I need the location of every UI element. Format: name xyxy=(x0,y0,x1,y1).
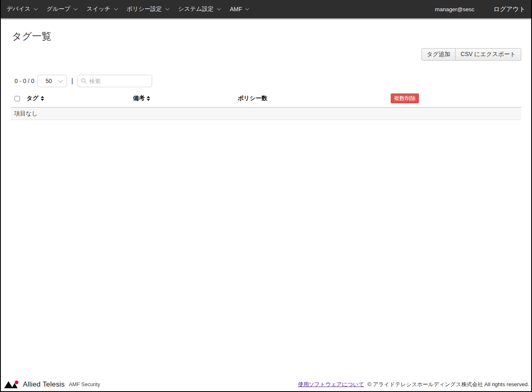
chevron-down-icon xyxy=(217,6,221,10)
logged-in-user: manager@sesc xyxy=(435,6,474,12)
footer-brand: Allied Telesis AMF Security xyxy=(4,380,100,390)
column-label: 備考 xyxy=(133,95,145,102)
table-header-row: タグ 備考 ポリシー数 複数削除 xyxy=(11,91,521,107)
nav-item-groups[interactable]: グループ xyxy=(42,0,81,18)
sort-icon xyxy=(41,96,44,101)
copyright-text: © アライドテレシスホールディングス株式会社 All rights reserv… xyxy=(367,381,529,388)
controls-separator: | xyxy=(71,77,73,85)
chevron-down-icon xyxy=(34,6,38,10)
product-name: AMF Security xyxy=(69,382,100,387)
empty-message: 項目なし xyxy=(14,110,38,118)
export-csv-button[interactable]: CSV にエクスポート xyxy=(456,48,521,61)
nav-item-switch[interactable]: スイッチ xyxy=(81,0,121,18)
chevron-down-icon xyxy=(58,78,63,83)
footer-legal: 使用ソフトウェアについて © アライドテレシスホールディングス株式会社 All … xyxy=(298,381,529,388)
page-footer: Allied Telesis AMF Security 使用ソフトウェアについて… xyxy=(1,380,531,391)
nav-item-label: システム設定 xyxy=(178,5,214,13)
sortable-header[interactable]: 備考 xyxy=(133,95,150,102)
search-icon xyxy=(81,78,87,84)
column-header-policy-count: ポリシー数 xyxy=(238,95,391,102)
brand-name: Allied Telesis xyxy=(23,380,65,389)
page-size-select[interactable]: 50 xyxy=(37,75,67,87)
column-header-note: 備考 xyxy=(133,95,238,102)
nav-item-policy-settings[interactable]: ポリシー設定 xyxy=(122,0,173,18)
pagination-range: 0 - 0 / 0 xyxy=(15,78,34,84)
logout-link[interactable]: ログアウト xyxy=(493,5,525,13)
software-info-link[interactable]: 使用ソフトウェアについて xyxy=(298,381,364,388)
chevron-down-icon xyxy=(245,6,249,10)
action-button-group: タグ追加 CSV にエクスポート xyxy=(421,48,521,61)
bulk-delete-button[interactable]: 複数削除 xyxy=(391,93,419,103)
nav-item-amf[interactable]: AMF xyxy=(225,0,254,18)
tag-table: タグ 備考 ポリシー数 複数削除 項目なし xyxy=(11,91,521,120)
select-all-checkbox[interactable] xyxy=(15,96,20,101)
empty-table-row: 項目なし xyxy=(11,107,521,120)
column-header-actions: 複数削除 xyxy=(391,93,419,103)
main-content: タグ一覧 タグ追加 CSV にエクスポート 0 - 0 / 0 50 | xyxy=(1,30,531,120)
nav-item-system-settings[interactable]: システム設定 xyxy=(173,0,225,18)
search-input[interactable] xyxy=(89,78,148,84)
chevron-down-icon xyxy=(165,6,170,10)
column-label: タグ xyxy=(27,95,39,102)
nav-item-devices[interactable]: デバイス xyxy=(7,0,42,18)
add-tag-button[interactable]: タグ追加 xyxy=(421,48,456,61)
chevron-down-icon xyxy=(114,6,118,10)
top-navbar: デバイス グループ スイッチ ポリシー設定 システム設定 AMF xyxy=(1,0,531,18)
column-label: ポリシー数 xyxy=(238,95,267,102)
page-title: タグ一覧 xyxy=(12,30,520,43)
nav-item-label: ポリシー設定 xyxy=(127,5,162,13)
nav-item-label: AMF xyxy=(230,6,242,12)
column-header-tag: タグ xyxy=(27,95,133,102)
nav-menu: デバイス グループ スイッチ ポリシー設定 システム設定 AMF xyxy=(7,0,253,18)
chevron-down-icon xyxy=(74,6,78,10)
page-actions: タグ追加 CSV にエクスポート xyxy=(11,48,521,61)
nav-item-label: デバイス xyxy=(7,5,30,13)
search-box xyxy=(77,75,152,87)
allied-telesis-logo-icon xyxy=(4,380,20,390)
sort-icon xyxy=(147,96,150,101)
nav-right: manager@sesc ログアウト xyxy=(435,5,525,13)
list-controls: 0 - 0 / 0 50 | xyxy=(11,75,521,87)
nav-item-label: グループ xyxy=(47,5,70,13)
nav-item-label: スイッチ xyxy=(86,5,110,13)
app-window: デバイス グループ スイッチ ポリシー設定 システム設定 AMF xyxy=(0,0,532,392)
page-size-value: 50 xyxy=(45,78,52,84)
sortable-header[interactable]: タグ xyxy=(27,95,44,102)
